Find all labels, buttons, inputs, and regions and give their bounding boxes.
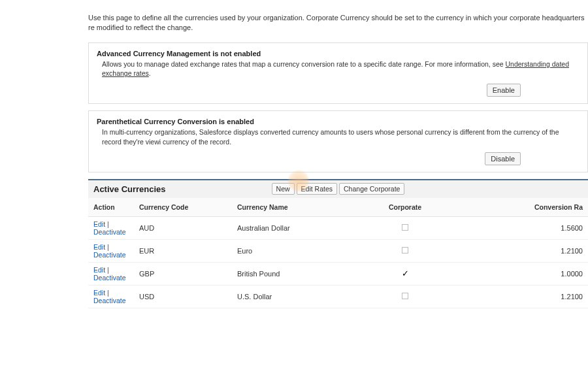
cell-corporate [343,216,467,239]
deactivate-link[interactable]: Deactivate [93,274,126,282]
table-header-row: Action Currency Code Currency Name Corpo… [88,198,588,217]
cell-code: USD [134,285,232,308]
disable-button[interactable]: Disable [485,152,521,165]
edit-link[interactable]: Edit [93,220,105,228]
col-corporate: Corporate [343,198,467,217]
cell-rate: 1.5600 [467,216,588,239]
cell-rate: 1.2100 [467,285,588,308]
section-title: Active Currencies [93,184,166,194]
panel-advanced-currency: Advanced Currency Management is not enab… [88,42,588,104]
action-separator: | [105,289,109,297]
cell-name: Australian Dollar [232,216,343,239]
deactivate-link[interactable]: Deactivate [93,228,126,236]
cell-corporate [343,239,467,262]
cell-rate: 1.0000 [467,262,588,285]
unchecked-box-icon [402,293,408,299]
panel-parenthetical: Parenthetical Currency Conversion is ena… [88,110,588,172]
panel-advanced-body-text: Allows you to manage dated exchange rate… [102,60,506,68]
edit-link[interactable]: Edit [93,266,105,274]
cell-code: AUD [134,216,232,239]
edit-link[interactable]: Edit [93,243,105,251]
unchecked-box-icon [402,224,408,231]
cell-action: Edit | Deactivate [88,216,134,239]
table-row: Edit | DeactivateGBPBritish Pound✓1.0000 [88,262,588,285]
cell-action: Edit | Deactivate [88,285,134,308]
new-button[interactable]: New [272,183,295,195]
col-action: Action [88,198,134,217]
cell-name: U.S. Dollar [232,285,343,308]
cell-name: Euro [232,239,343,262]
section-button-group: New Edit Rates Change Corporate [272,183,405,195]
cell-corporate: ✓ [343,262,467,285]
currency-table: Action Currency Code Currency Name Corpo… [88,198,588,308]
page-intro: Use this page to define all the currenci… [88,13,588,33]
enable-button[interactable]: Enable [487,84,521,97]
cell-action: Edit | Deactivate [88,262,134,285]
cell-rate: 1.2100 [467,239,588,262]
cell-code: EUR [134,239,232,262]
cell-corporate [343,285,467,308]
col-code: Currency Code [134,198,232,217]
table-row: Edit | DeactivateEUREuro1.2100 [88,239,588,262]
edit-link[interactable]: Edit [93,289,105,297]
unchecked-box-icon [402,247,408,253]
panel-advanced-title: Advanced Currency Management is not enab… [97,50,580,57]
table-row: Edit | DeactivateAUDAustralian Dollar1.5… [88,216,588,239]
cell-code: GBP [134,262,232,285]
col-name: Currency Name [232,198,343,217]
cell-name: British Pound [232,262,343,285]
checkmark-icon: ✓ [402,269,409,278]
deactivate-link[interactable]: Deactivate [93,251,126,259]
col-rate: Conversion Ra [467,198,588,217]
panel-advanced-body: Allows you to manage dated exchange rate… [97,59,580,78]
action-separator: | [105,243,109,251]
change-corporate-button[interactable]: Change Corporate [339,183,404,195]
deactivate-link[interactable]: Deactivate [93,297,126,304]
cell-action: Edit | Deactivate [88,239,134,262]
panel-parenthetical-title: Parenthetical Currency Conversion is ena… [97,118,580,125]
action-separator: | [105,220,109,228]
action-separator: | [105,266,109,274]
panel-parenthetical-body: In multi-currency organizations, Salesfo… [97,127,580,146]
edit-rates-button[interactable]: Edit Rates [297,183,337,195]
active-currencies-header: Active Currencies New Edit Rates Change … [88,179,588,198]
table-row: Edit | DeactivateUSDU.S. Dollar1.2100 [88,285,588,308]
